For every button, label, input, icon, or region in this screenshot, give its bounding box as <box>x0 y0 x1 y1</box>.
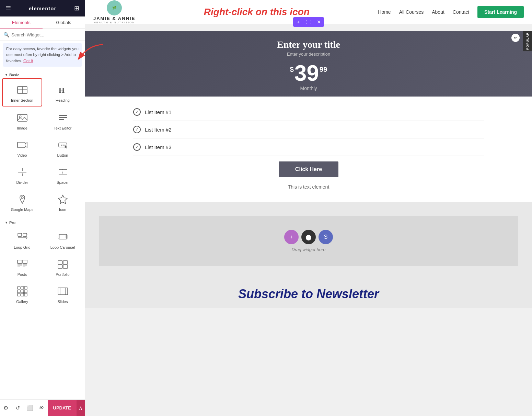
drag-section: + ⬤ S Drag widget here <box>85 202 532 280</box>
heading-label: Heading <box>56 98 70 102</box>
price-tag: $ 39 99 <box>85 62 532 84</box>
svg-rect-46 <box>21 293 24 296</box>
price-description: Enter your description <box>85 52 532 57</box>
history-icon[interactable]: ↺ <box>12 400 24 416</box>
edit-icon[interactable]: ✏ <box>511 34 520 42</box>
settings-icon[interactable]: ⚙ <box>0 400 12 416</box>
svg-rect-36 <box>63 261 68 264</box>
gallery-grid-icon <box>16 285 28 297</box>
widget-icon[interactable]: Icon <box>43 188 83 215</box>
svg-rect-43 <box>21 290 24 293</box>
price-amount: 39 <box>294 62 319 84</box>
cta-button[interactable]: Start Learning <box>477 6 524 18</box>
widget-google-maps[interactable]: Google Maps <box>2 188 42 215</box>
panel-footer: ⚙ ↺ ⬜ 👁 UPDATE ∧ <box>0 400 85 416</box>
slides-icon <box>57 285 69 297</box>
update-chevron-icon[interactable]: ∧ <box>77 400 85 416</box>
svg-rect-47 <box>24 293 27 296</box>
close-section-icon[interactable]: ✕ <box>314 17 324 27</box>
check-icon-3: ✓ <box>133 143 141 151</box>
widgets-area: Basic Inner Section H <box>0 69 85 416</box>
svg-rect-41 <box>24 286 27 289</box>
gallery-grid-label: Gallery <box>16 300 28 304</box>
widget-image[interactable]: Image <box>2 107 42 134</box>
grid-icon[interactable]: ⊞ <box>74 4 79 12</box>
template-drag-icon[interactable]: S <box>319 230 333 244</box>
widget-heading[interactable]: H Heading <box>43 78 83 106</box>
widget-slides[interactable]: Slides <box>43 280 83 307</box>
nav-about[interactable]: About <box>432 9 444 15</box>
site-logo: 🌿 JAMIE & ANNIE HEALTH & NUTRITION <box>93 0 135 24</box>
feature-item-1: ✓ List Item #1 <box>133 103 484 121</box>
feature-label-2: List Item #2 <box>145 127 172 133</box>
newsletter-section: Subscribe to Newsletter <box>85 280 532 308</box>
drag-inner: + ⬤ S Drag widget here <box>99 216 518 266</box>
icon-widget-icon <box>57 193 69 205</box>
hamburger-icon[interactable]: ☰ <box>5 4 11 12</box>
video-label: Video <box>18 153 27 157</box>
svg-rect-24 <box>59 234 67 239</box>
logo-text: JAMIE & ANNIE <box>93 16 135 21</box>
nav-home[interactable]: Home <box>378 9 391 15</box>
loop-carousel-icon <box>57 231 69 243</box>
widget-loop-grid[interactable]: Loop Grid <box>2 226 42 253</box>
posts-icon <box>16 258 28 270</box>
price-cents: 99 <box>320 66 327 74</box>
svg-rect-42 <box>18 290 20 293</box>
heading-icon: H <box>57 84 69 96</box>
feature-label-1: List Item #1 <box>145 109 172 115</box>
add-section-icon[interactable]: + <box>293 17 303 27</box>
logo-icon: 🌿 <box>107 0 122 15</box>
pro-widget-grid: Loop Grid Loop Carousel <box>0 226 85 309</box>
widget-video[interactable]: Video <box>2 134 42 161</box>
widget-button[interactable]: BTN Button <box>43 134 83 161</box>
spacer-icon <box>57 166 69 178</box>
widget-gallery-grid[interactable]: Gallery <box>2 280 42 307</box>
annotation-text: Right-click on this icon <box>204 7 310 18</box>
got-it-link[interactable]: Got It <box>23 59 33 63</box>
click-here-button[interactable]: Click Here <box>279 161 338 177</box>
drag-section-icon[interactable]: ⋮⋮ <box>303 17 314 27</box>
tab-elements[interactable]: Elements <box>0 16 43 29</box>
tab-globals[interactable]: Globals <box>43 16 85 29</box>
widget-inner-section[interactable]: Inner Section <box>2 78 42 106</box>
divider-icon <box>16 166 28 178</box>
update-button[interactable]: UPDATE <box>48 400 77 416</box>
price-section: Enter your title Enter your description … <box>85 31 532 97</box>
icon-widget-label: Icon <box>59 207 66 212</box>
search-input[interactable] <box>11 32 81 37</box>
media-drag-icon[interactable]: ⬤ <box>301 230 316 244</box>
section-label-basic: Basic <box>0 69 85 78</box>
price-period: Monthly <box>85 86 532 91</box>
spacer-label: Spacer <box>57 180 69 184</box>
widget-portfolio[interactable]: Portfolio <box>43 253 83 280</box>
loop-grid-icon <box>16 231 28 243</box>
save-icon[interactable]: ⬜ <box>24 400 36 416</box>
svg-rect-27 <box>18 260 22 263</box>
nav-all-courses[interactable]: All Courses <box>399 9 424 15</box>
main-content: 🌿 JAMIE & ANNIE HEALTH & NUTRITION Right… <box>85 0 532 416</box>
widget-text-editor[interactable]: Text Editor <box>43 107 83 134</box>
svg-rect-35 <box>58 261 62 264</box>
add-drag-icon[interactable]: + <box>284 230 299 244</box>
widget-spacer[interactable]: Spacer <box>43 161 83 188</box>
inner-section-label: Inner Section <box>11 98 33 102</box>
left-panel: ☰ elementor ⊞ Elements Globals 🔍 For eas… <box>0 0 85 416</box>
posts-label: Posts <box>18 272 27 277</box>
svg-rect-9 <box>18 142 25 148</box>
loop-carousel-label: Loop Carousel <box>50 245 75 249</box>
text-editor-icon <box>57 112 69 124</box>
toolbar-spacer: + ⋮⋮ ✕ <box>85 24 532 31</box>
button-label: Button <box>57 153 68 157</box>
nav-links: Home All Courses About Contact Start Lea… <box>378 6 524 18</box>
widget-divider[interactable]: Divider <box>2 161 42 188</box>
feature-label-3: List Item #3 <box>145 144 172 150</box>
svg-point-5 <box>19 116 21 118</box>
newsletter-title: Subscribe to Newsletter <box>99 287 518 301</box>
widget-posts[interactable]: Posts <box>2 253 42 280</box>
widget-loop-carousel[interactable]: Loop Carousel <box>43 226 83 253</box>
text-editor-label: Text Editor <box>54 126 72 130</box>
nav-contact[interactable]: Contact <box>453 9 469 15</box>
eye-icon[interactable]: 👁 <box>36 400 48 416</box>
panel-header: ☰ elementor ⊞ <box>0 0 85 16</box>
